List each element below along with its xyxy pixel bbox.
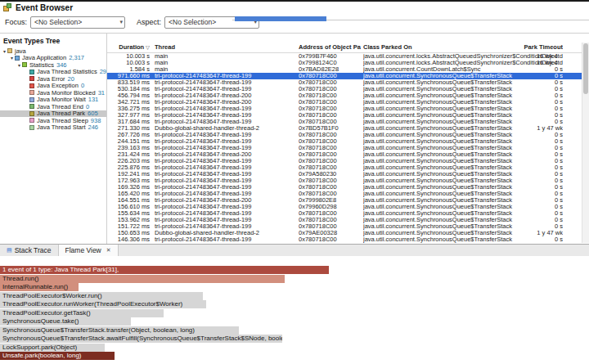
tree-item-label: Java Thread End	[37, 103, 83, 110]
cell-address-of-object-pa: 0x780718C00	[299, 178, 361, 184]
table-row[interactable]: 165.420 mstri-protocol-2147483647-thread…	[107, 191, 582, 197]
table-row[interactable]: 267.726 mstri-protocol-2147483647-thread…	[107, 132, 582, 138]
tree-item-label: Java Thread Park	[37, 110, 85, 118]
event-type-icon	[29, 104, 34, 109]
twistie-icon[interactable]: ▾	[9, 55, 15, 61]
close-icon[interactable]: ✕	[106, 247, 111, 254]
cell-duration: 155.634 ms	[107, 210, 150, 217]
tree-item-java-monitor-wait[interactable]: Java Monitor Wait131	[0, 97, 106, 104]
stack-trace-icon: ▤	[7, 247, 12, 254]
table-row[interactable]: 164.551 mstri-protocol-2147483647-thread…	[107, 197, 582, 204]
flame-frame[interactable]: LockSupport.park(Object)	[0, 344, 105, 352]
event-type-icon	[29, 83, 34, 88]
tree-item-statistics[interactable]: ▾Statistics346	[0, 61, 106, 69]
cell-thread: tri-protocol-2147483647-thread-199	[155, 138, 295, 145]
vertical-scrollbar[interactable]	[582, 43, 589, 243]
cell-address-of-object-pa: 0x780718C00	[299, 184, 361, 191]
twistie-icon[interactable]: ▾	[2, 48, 7, 54]
tree-item-label: Java Error	[37, 75, 65, 83]
tree-item-label: Java Monitor Blocked	[37, 89, 96, 97]
table-row[interactable]: 169.326 mstri-protocol-2147483647-thread…	[107, 184, 582, 191]
tree-item-java[interactable]: ▾java	[0, 47, 106, 55]
table-row[interactable]: 1.584 smain0x7BAD82E28java.util.concurre…	[107, 66, 582, 73]
flame-frame[interactable]: ThreadPoolExecutor.runWorker(ThreadPoolE…	[0, 300, 206, 308]
cell-address-of-object-pa: 0x79960D298	[299, 204, 361, 210]
table-row[interactable]: 172.963 mstri-protocol-2147483647-thread…	[107, 178, 582, 184]
cell-thread: tri-protocol-2147483647-thread-199	[155, 145, 295, 151]
flame-frame[interactable]: SynchronousQueue$TransferStack.awaitFulf…	[0, 335, 282, 343]
table-row[interactable]: 151.722 mstri-protocol-2147483647-thread…	[107, 223, 582, 230]
event-count-badge: 29	[100, 69, 106, 76]
tree-item-label: Java Thread Start	[37, 124, 85, 132]
tree-item-java-thread-statistics[interactable]: Java Thread Statistics29	[0, 69, 106, 76]
column-header-duration[interactable]: Duration ▽	[107, 43, 150, 52]
flame-frame[interactable]: InternalRunnable.run()	[0, 283, 79, 291]
cell-address-of-object-pa: 0x780718C00	[299, 164, 361, 171]
java-application-icon	[15, 56, 20, 61]
event-browser-window: Event Browser Focus: <No Selection> ▾ As…	[0, 0, 589, 364]
tree-item-java-thread-end[interactable]: Java Thread End0	[0, 103, 106, 110]
timeline-selection[interactable]	[235, 16, 326, 21]
flame-frame[interactable]: SynchronousQueue$TransferStack.transfer(…	[0, 326, 239, 335]
table-row[interactable]: 336.275 mstri-protocol-2147483647-thread…	[107, 106, 582, 112]
table-row[interactable]: 971.660 mstri-protocol-2147483647-thread…	[107, 73, 582, 79]
table-body: 10.003 smain0x799B7F460java.util.concurr…	[107, 53, 582, 244]
table-row[interactable]: 192.241 mstri-protocol-2147483647-thread…	[107, 171, 582, 178]
tree-item-java-thread-park[interactable]: Java Thread Park605	[0, 110, 106, 118]
page-title: Event Browser	[16, 3, 73, 12]
table-row[interactable]: 530.184 mstri-protocol-2147483647-thread…	[107, 86, 582, 92]
twistie-icon[interactable]: ▾	[16, 62, 22, 68]
table-row[interactable]: 226.203 mstri-protocol-2147483647-thread…	[107, 158, 582, 164]
focus-select[interactable]: <No Selection> ▾	[30, 16, 125, 29]
flame-frame[interactable]: 1 event of 1 type: Java Thread Park[31],	[0, 266, 329, 274]
column-header-address-of-object-pa[interactable]: Address of Object Pa	[299, 43, 361, 52]
cell-duration: 226.203 ms	[107, 158, 150, 164]
column-header-park-timeout[interactable]: Park Timeout	[516, 43, 563, 52]
column-header-thread[interactable]: Thread	[155, 43, 295, 52]
table-row[interactable]: 342.721 mstri-protocol-2147483647-thread…	[107, 99, 582, 106]
tree-item-java-exception[interactable]: Java Exception0	[0, 83, 106, 90]
cell-park-timeout: 0 s	[516, 79, 563, 86]
cell-duration: 244.151 ms	[107, 138, 150, 145]
cell-address-of-object-pa: 0x780718C00	[299, 99, 361, 106]
tab-stack-trace[interactable]: ▤Stack Trace	[0, 245, 59, 256]
tree-item-java-error[interactable]: Java Error20	[0, 75, 106, 83]
cell-duration: 164.551 ms	[107, 197, 150, 204]
table-row[interactable]: 156.610 mstri-protocol-2147483647-thread…	[107, 204, 582, 210]
cell-thread: tri-protocol-2147483647-thread-199	[155, 223, 295, 230]
flame-view-panel: 1 event of 1 type: Java Thread Park[31],…	[0, 256, 589, 364]
flame-frame[interactable]: ThreadPoolExecutor$Worker.run()	[0, 292, 203, 300]
table-row[interactable]: 225.876 mstri-protocol-2147483647-thread…	[107, 164, 582, 171]
table-row[interactable]: 327.977 mstri-protocol-2147483647-thread…	[107, 112, 582, 119]
scrollbar-thumb[interactable]	[583, 43, 588, 94]
tree-item-java-application[interactable]: ▾Java Application2,317	[0, 55, 106, 62]
flame-frame[interactable]: SynchronousQueue.take()	[0, 317, 131, 326]
cell-park-timeout: 0 s	[516, 204, 563, 210]
cell-duration: 10.003 s	[107, 53, 150, 60]
table-row[interactable]: 10.003 smain0x7998124C0java.util.concurr…	[107, 60, 582, 66]
table-row[interactable]: 153.962 mstri-protocol-2147483647-thread…	[107, 217, 582, 223]
table-row[interactable]: 155.634 mstri-protocol-2147483647-thread…	[107, 210, 582, 217]
tree-item-java-thread-sleep[interactable]: Java Thread Sleep938	[0, 117, 106, 124]
cell-thread: tri-protocol-2147483647-thread-199	[155, 119, 295, 125]
cell-address-of-object-pa: 0x780718C00	[299, 138, 361, 145]
tab-flame-view[interactable]: Flame View✕	[59, 245, 119, 256]
tree-item-java-thread-start[interactable]: Java Thread Start246	[0, 124, 106, 132]
table-row[interactable]: 317.684 mstri-protocol-2147483647-thread…	[107, 119, 582, 125]
cell-address-of-object-pa: 0x780718C00	[299, 86, 361, 92]
table-row[interactable]: 833.519 mstri-protocol-2147483647-thread…	[107, 79, 582, 86]
table-row[interactable]: 150.653 msDubbo-global-shared-handler-th…	[107, 230, 582, 236]
flame-frame[interactable]: Unsafe.park(boolean, long)	[0, 352, 115, 360]
cell-park-timeout: 0 s	[516, 210, 563, 217]
table-row[interactable]: 231.424 mstri-protocol-2147483647-thread…	[107, 151, 582, 158]
cell-park-timeout: 0 s	[516, 151, 563, 158]
flame-frame[interactable]: ThreadPoolExecutor.getTask()	[0, 309, 164, 317]
table-row[interactable]: 146.306 mstri-protocol-2147483647-thread…	[107, 236, 582, 243]
table-row[interactable]: 239.163 mstri-protocol-2147483647-thread…	[107, 145, 582, 151]
table-row[interactable]: 456.794 mstri-protocol-2147483647-thread…	[107, 92, 582, 99]
table-row[interactable]: 244.151 mstri-protocol-2147483647-thread…	[107, 138, 582, 145]
table-row[interactable]: 10.003 smain0x799B7F460java.util.concurr…	[107, 53, 582, 60]
flame-frame[interactable]: Thread.run()	[0, 275, 285, 283]
tree-item-java-monitor-blocked[interactable]: Java Monitor Blocked31	[0, 89, 106, 97]
table-row[interactable]: 271.330 msDubbo-global-shared-handler-th…	[107, 125, 582, 132]
